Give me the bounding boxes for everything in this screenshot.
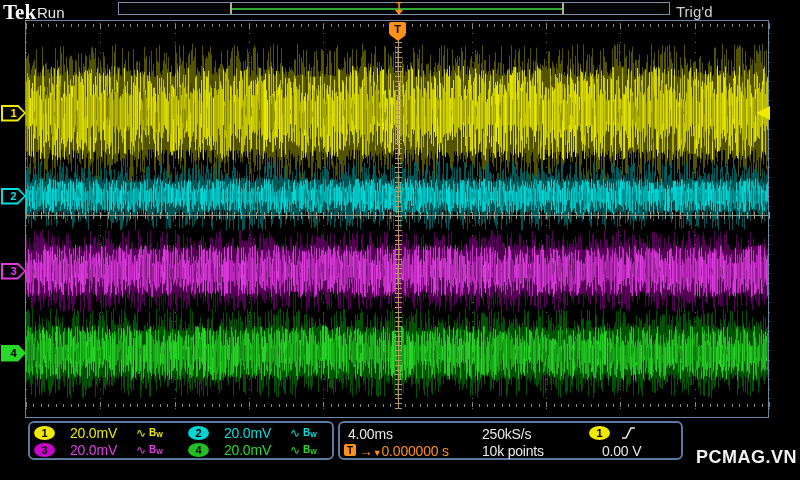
down-arrow-icon — [390, 35, 406, 41]
trigger-source-badge: 1 — [589, 426, 610, 440]
channel-3-label: 3 — [3, 265, 24, 278]
oscilloscope-screen: Tek Run Trig'd T T 1 2 3 4 1 20.0mV ∿BW … — [0, 0, 800, 480]
down-arrow-icon — [395, 10, 403, 15]
window-bracket-left — [230, 3, 232, 14]
trigger-status: Trig'd — [676, 3, 712, 20]
trigger-level: 0.00 V — [602, 443, 641, 459]
record-view-bar: T — [118, 2, 670, 15]
trigger-readout-row: T →▼0.000000 s 10k points 0.00 V — [340, 442, 681, 459]
channel-1-badge: 1 — [34, 426, 55, 440]
horizontal-trigger-readouts-box: 4.00ms 250kS/s 1 T →▼0.000000 s 10k poin… — [338, 421, 683, 460]
channel-3-readout: 3 20.0mV ∿BW — [34, 442, 163, 457]
coupling-bandwidth-icon: ∿BW — [290, 426, 317, 440]
trigger-level-arrow — [756, 106, 770, 120]
acquisition-status: Run — [37, 4, 65, 21]
channel-2-label: 2 — [3, 190, 24, 203]
rising-edge-slope-icon — [621, 425, 637, 441]
channel-4-scale: 20.0mV — [224, 442, 284, 458]
watermark: PCMAG.VN — [696, 447, 797, 468]
graticule-border — [25, 20, 769, 418]
channel-2-readout: 2 20.0mV ∿BW — [188, 425, 317, 440]
channel-4-badge: 4 — [188, 443, 209, 457]
channel-3-badge: 3 — [34, 443, 55, 457]
sample-rate: 250kS/s — [482, 426, 531, 442]
horizontal-scale: 4.00ms — [348, 426, 393, 442]
channel-1-readout: 1 20.0mV ∿BW — [34, 425, 163, 440]
channel-1-label: 1 — [3, 107, 24, 120]
channel-2-scale: 20.0mV — [224, 425, 284, 441]
trigger-position-marker-small: T — [392, 2, 406, 15]
tek-logo: Tek — [3, 0, 36, 25]
horizontal-readout-row: 4.00ms 250kS/s 1 — [340, 425, 681, 442]
down-marker-icon: ▼ — [373, 448, 382, 458]
channel-2-badge: 2 — [188, 426, 209, 440]
coupling-bandwidth-icon: ∿BW — [290, 443, 317, 457]
right-arrow-icon: → — [359, 443, 373, 459]
coupling-bandwidth-icon: ∿BW — [136, 443, 163, 457]
vertical-readouts-box: 1 20.0mV ∿BW 2 20.0mV ∿BW 3 20.0mV ∿BW 4… — [28, 421, 334, 460]
channel-1-scale: 20.0mV — [70, 425, 130, 441]
trigger-t-icon: T — [344, 444, 356, 456]
trigger-position-flag: T — [389, 22, 406, 41]
trigger-t-glyph: T — [389, 22, 406, 35]
window-bracket-right — [562, 3, 564, 14]
trigger-delay-readout: →▼0.000000 s — [359, 443, 449, 459]
channel-4-label: 4 — [3, 347, 24, 360]
coupling-bandwidth-icon: ∿BW — [136, 426, 163, 440]
channel-4-readout: 4 20.0mV ∿BW — [188, 442, 317, 457]
record-length: 10k points — [482, 443, 544, 459]
channel-3-scale: 20.0mV — [70, 442, 130, 458]
